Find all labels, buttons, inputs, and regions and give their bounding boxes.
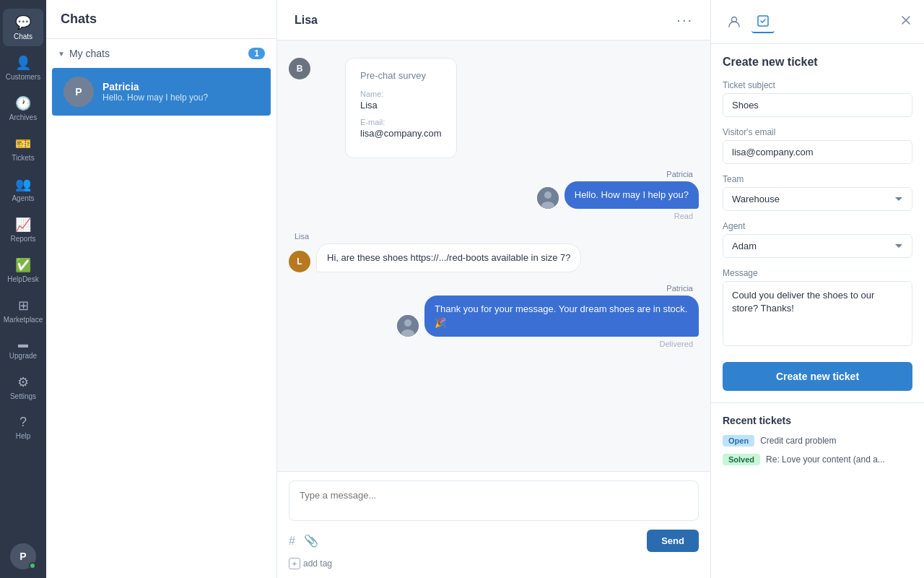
message-group: Patricia Thank you for your message. You… [289,284,699,348]
survey-name-label: Name: [360,90,442,98]
sidebar-item-helpdesk[interactable]: ✅ HelpDesk [3,251,43,289]
message-bubble: Hello. How may I help you? [565,181,699,209]
right-panel: Create new ticket Ticket subject Visitor… [710,0,924,578]
tab-ticket[interactable] [751,10,775,33]
visitor-email-input[interactable] [723,140,912,164]
help-icon: ? [19,415,27,430]
message-status: Delivered [289,340,699,348]
pre-chat-survey: Pre-chat survey Name: Lisa E-mail: lisa@… [345,58,457,158]
survey-row: B Pre-chat survey Name: Lisa E-mail: lis… [289,58,699,158]
sidebar-item-chats[interactable]: 💬 Chats [3,9,43,46]
survey-title: Pre-chat survey [360,70,442,81]
survey-name-value: Lisa [360,100,442,111]
agent-avatar [397,315,419,337]
sidebar-item-marketplace[interactable]: ⊞ Marketplace [3,292,43,329]
sidebar-item-agents[interactable]: 👥 Agents [3,171,43,208]
survey-initiator-avatar: B [289,58,310,79]
message-sender-label: Patricia [289,170,699,178]
recent-tickets-section: Recent tickets Open Credit card problem … [711,402,924,484]
hashtag-icon[interactable]: # [289,535,295,548]
sidebar-item-settings[interactable]: ⚙ Settings [3,368,43,406]
ticket-text: Re: Love your content (and a... [766,454,885,465]
chevron-down-icon: ▼ [58,50,65,58]
add-tag-row[interactable]: + add tag [289,558,699,569]
message-group: Lisa L Hi, are these shoes https://.../r… [289,232,699,272]
send-button[interactable]: Send [647,530,699,552]
customers-icon: 👤 [15,55,31,71]
create-ticket-button[interactable]: Create new ticket [723,362,912,391]
sidebar-item-help[interactable]: ? Help [3,409,43,446]
input-toolbar: # 📎 Send [289,530,699,552]
sidebar-item-tickets[interactable]: 🎫 Tickets [3,130,43,168]
chat-header-title: Lisa [295,14,318,27]
marketplace-icon: ⊞ [18,298,29,314]
chats-panel: Chats ▼ My chats 1 P Patricia Hello. How… [46,0,277,578]
chat-main: Lisa ··· B Pre-chat survey Name: Lisa E-… [277,0,710,578]
agent-field: Agent Adam Patricia John [723,221,912,258]
message-row: L Hi, are these shoes https://.../red-bo… [289,243,699,272]
reports-icon: 📈 [15,217,31,233]
close-panel-button[interactable] [899,14,912,30]
chat-preview: Hello. How may I help you? [103,92,259,103]
survey-email-label: E-mail: [360,118,442,126]
user-avatar[interactable]: P [10,543,36,569]
more-options-button[interactable]: ··· [676,12,693,28]
ticket-badge-solved: Solved [723,454,760,465]
message-textarea[interactable]: Could you deliver the shoes to our store… [723,281,912,346]
agent-select[interactable]: Adam Patricia John [723,234,912,258]
chat-header: Lisa ··· [277,0,710,40]
ticket-item[interactable]: Solved Re: Love your content (and a... [723,454,912,465]
team-select[interactable]: Warehouse Support Sales [723,187,912,211]
input-area: # 📎 Send + add tag [277,471,710,578]
message-label: Message [723,268,912,278]
sidebar-item-reports[interactable]: 📈 Reports [3,211,43,249]
message-sender-label: Patricia [289,284,699,293]
chat-list-item[interactable]: P Patricia Hello. How may I help you? [52,68,271,116]
message-group: Patricia Hello. How may I help you? Read [289,170,699,220]
chat-info: Patricia Hello. How may I help you? [103,81,259,103]
agents-icon: 👥 [15,176,31,192]
sidebar-item-archives[interactable]: 🕐 Archives [3,90,43,127]
tickets-icon: 🎫 [15,136,31,152]
ticket-subject-field: Ticket subject [723,80,912,117]
messages-area: B Pre-chat survey Name: Lisa E-mail: lis… [277,40,710,471]
message-field: Message Could you deliver the shoes to o… [723,268,912,349]
sidebar-item-upgrade[interactable]: ▬ Upgrade [3,332,43,366]
avatar: P [64,77,94,107]
helpdesk-icon: ✅ [15,257,31,273]
team-label: Team [723,174,912,184]
ticket-subject-input[interactable] [723,93,912,117]
right-panel-content: Create new ticket Ticket subject Visitor… [711,44,924,402]
right-panel-header [711,0,924,44]
nav-sidebar: 💬 Chats 👤 Customers 🕐 Archives 🎫 Tickets… [0,0,46,578]
recent-tickets-title: Recent tickets [723,415,912,426]
sidebar-item-customers[interactable]: 👤 Customers [3,49,43,87]
svg-point-4 [404,319,411,327]
chat-name: Patricia [103,81,259,92]
attachment-icon[interactable]: 📎 [304,534,318,548]
chats-panel-header: Chats [46,0,276,39]
message-row: Thank you for your message. Your dream s… [289,296,699,336]
svg-point-1 [544,191,552,199]
tab-profile[interactable] [723,10,746,33]
message-sender-label: Lisa [289,232,699,241]
create-ticket-title: Create new ticket [723,56,912,69]
message-bubble: Thank you for your message. Your dream s… [424,296,699,336]
survey-email-value: lisa@company.com [360,128,442,139]
visitor-email-field: Visitor's email [723,127,912,164]
agent-avatar [537,187,559,209]
message-bubble: Hi, are these shoes https://.../red-boot… [316,243,581,272]
settings-icon: ⚙ [17,374,29,390]
message-input[interactable] [289,480,699,521]
ticket-subject-label: Ticket subject [723,80,912,90]
agent-label: Agent [723,221,912,231]
team-field: Team Warehouse Support Sales [723,174,912,211]
visitor-email-label: Visitor's email [723,127,912,137]
chats-icon: 💬 [15,14,31,30]
my-chats-label[interactable]: ▼ My chats 1 [58,48,265,59]
right-panel-tabs [723,10,775,33]
ticket-item[interactable]: Open Credit card problem [723,435,912,447]
user-avatar: L [289,251,310,272]
message-row: Hello. How may I help you? [289,181,699,209]
add-tag-plus-icon: + [289,558,300,569]
